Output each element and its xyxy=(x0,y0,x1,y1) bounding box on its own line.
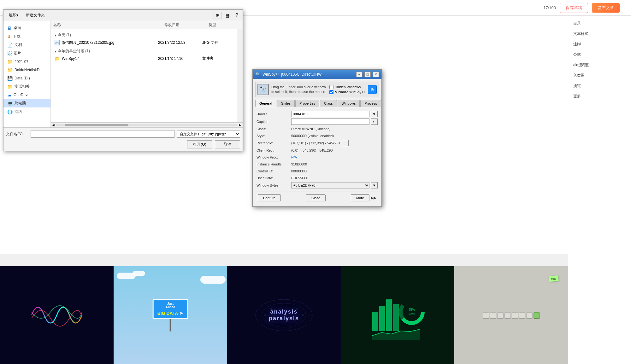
nav-item-baidu[interactable]: 📁 BaiduNetdiskD xyxy=(3,66,50,74)
organize-button[interactable]: 组织▾ xyxy=(6,12,21,19)
horizontal-scrollbar[interactable]: ◀ ▶ xyxy=(51,122,243,127)
filetype-select[interactable]: 自定义文件 (*.gif;*.jfif;*.pjpeg;* xyxy=(177,130,240,138)
scroll-left-btn[interactable]: ◀ xyxy=(52,123,55,127)
dialog-nav-sidebar: 🖥 桌面 ⬇ 下载 📄 文档 🖼 图片 📁 2021-07 📁 Baidu xyxy=(3,21,51,127)
winbytes-select[interactable]: +0 BE2D7F70 xyxy=(291,182,369,188)
nav-item-documents[interactable]: 📄 文档 xyxy=(3,41,50,49)
tab-class[interactable]: Class xyxy=(320,100,337,107)
prop-controlid-value: 00000000 xyxy=(291,169,378,173)
winspy-bottom-buttons: Capture Close More ▶▶ xyxy=(255,192,379,204)
sidebar-item-toc[interactable]: 目录 xyxy=(571,20,628,27)
scroll-right-btn[interactable]: ▶ xyxy=(239,123,241,127)
finder-binoculars-icon[interactable]: 🔭 xyxy=(257,84,269,95)
file-area-wrapper: ▾ 今天 (1) JPG 微信图片_20210722125305.jpg 202… xyxy=(51,29,243,122)
prop-clientrect-value: (0,0) - (545,290) - 545x290 xyxy=(291,148,378,153)
maximize-button[interactable]: □ xyxy=(364,72,371,77)
prop-winproc-value[interactable]: N/A xyxy=(291,155,378,159)
save-draft-button[interactable]: 保存草稿 xyxy=(560,3,588,13)
folder-icon-baidu: 📁 xyxy=(7,67,13,72)
winbytes-dropdown-btn[interactable]: ▼ xyxy=(371,182,378,188)
rect-more-btn[interactable]: … xyxy=(342,140,349,146)
image-cell-dataviz[interactable]: 75% 100% xyxy=(341,266,454,364)
document-icon: 📄 xyxy=(7,43,13,48)
table-row[interactable]: JPG 微信图片_20210722125305.jpg 2021/7/22 12… xyxy=(52,38,236,47)
file-name-text: 微信图片_20210722125305.jpg xyxy=(62,40,114,45)
nav-item-pictures[interactable]: 🖼 图片 xyxy=(3,49,50,58)
spy-button[interactable]: ⊕ xyxy=(368,85,377,94)
prop-class-value: DirectUIHWND (Unicode) xyxy=(291,127,378,131)
capture-button[interactable]: Capture xyxy=(258,194,281,201)
sidebar-item-mindmap[interactable]: 入类图 xyxy=(571,72,628,79)
dialog-close-button[interactable]: Close xyxy=(306,194,326,201)
vertical-scrollbar[interactable] xyxy=(238,29,243,122)
prop-clientrect-row: Client Rect: (0,0) - (545,290) - 545x290 xyxy=(255,147,379,154)
svg-point-12 xyxy=(401,301,423,323)
open-button[interactable]: 打开(O) xyxy=(187,140,212,148)
handle-dropdown-btn[interactable]: ▼ xyxy=(371,111,378,117)
image-cell-keyboard[interactable]: note xyxy=(454,266,568,364)
handle-input[interactable] xyxy=(291,111,369,117)
dialog-body: 🖥 桌面 ⬇ 下载 📄 文档 🖼 图片 📁 2021-07 📁 Baidu xyxy=(3,21,243,127)
nav-item-network[interactable]: 🌐 网络 xyxy=(3,107,50,116)
bigdata-visual: Just Ahead BIG DATA ➤ xyxy=(114,266,227,364)
tab-styles[interactable]: Styles xyxy=(277,100,295,107)
winspy-dialog: 🔍 WinSpy++ [0004105C, DirectUIHW... − □ … xyxy=(252,69,382,207)
sidebar-item-formula[interactable]: 公式 xyxy=(571,51,628,59)
caption-input[interactable] xyxy=(291,118,369,125)
nav-item-datad[interactable]: 💾 Data (D:) xyxy=(3,74,50,82)
minimize-winspy-checkbox[interactable] xyxy=(329,90,333,94)
group-earlier-label: 今年的早些时候 (1) xyxy=(58,49,90,54)
tab-general[interactable]: General xyxy=(255,100,276,107)
group-earlier: ▾ 今年的早些时候 (1) xyxy=(52,47,236,55)
filename-input[interactable] xyxy=(31,130,174,138)
minimize-button[interactable]: − xyxy=(356,72,363,77)
nav-item-desktop[interactable]: 🖥 桌面 xyxy=(3,24,50,32)
footer-buttons: 打开(O) 取消 xyxy=(6,140,240,148)
sidebar-item-textstyle[interactable]: 文本样式 xyxy=(571,30,628,38)
help-icon[interactable]: ? xyxy=(233,12,240,19)
prop-handle-row: Handle: ▼ xyxy=(255,110,379,118)
svg-rect-9 xyxy=(379,306,385,331)
prop-instance-row: Instance Handle: 910B0000 xyxy=(255,161,379,168)
computer-icon: 💻 xyxy=(7,101,13,106)
prop-userdata-row: User Data: BDF55E80 xyxy=(255,175,379,182)
hidden-windows-checkbox[interactable] xyxy=(329,85,333,89)
file-list-content[interactable]: ▾ 今天 (1) JPG 微信图片_20210722125305.jpg 202… xyxy=(51,29,238,122)
image-cell-bigdata[interactable]: Just Ahead BIG DATA ➤ xyxy=(114,266,227,364)
nav-item-thispc[interactable]: 💻 此电脑 xyxy=(3,99,50,107)
view-toggle-icon[interactable]: ▦ xyxy=(224,12,232,19)
table-row[interactable]: 📁 WinSpy17 2021/1/3 17:16 文件夹 xyxy=(52,55,236,62)
sidebar-item-shortcuts[interactable]: 捷键 xyxy=(571,82,628,90)
folder-icon-2021: 📁 xyxy=(7,59,13,64)
tab-properties[interactable]: Properties xyxy=(295,100,319,107)
nav-item-2021-07[interactable]: 📁 2021-07 xyxy=(3,58,50,66)
svg-point-6 xyxy=(264,314,266,316)
publish-button[interactable]: 发布文章 xyxy=(592,3,620,13)
tab-windows[interactable]: Windows xyxy=(338,100,360,107)
nav-item-onedrive[interactable]: ☁ OneDrive xyxy=(3,91,50,99)
file-open-dialog: 组织▾ 新建文件夹 ⊞ ▦ ? 🖥 桌面 ⬇ 下载 📄 文档 🖼 图片 xyxy=(3,9,243,151)
tab-process[interactable]: Process xyxy=(360,100,381,107)
prop-rect-row: Rectangle: (167,101) - (712,392) - 545x2… xyxy=(255,139,379,147)
caption-apply-btn[interactable]: ↵ xyxy=(371,118,378,125)
new-folder-button[interactable]: 新建文件夹 xyxy=(23,12,48,19)
nav-item-testrelated[interactable]: 📁 测试相关 xyxy=(3,82,50,91)
scroll-track[interactable] xyxy=(56,124,238,126)
sidebar-item-footnote[interactable]: 注脚 xyxy=(571,40,628,48)
folder-date: 2021/1/3 17:16 xyxy=(158,56,202,61)
close-button[interactable]: ✕ xyxy=(373,72,379,77)
nav-label-downloads: 下载 xyxy=(13,34,21,39)
file-name-folder: 📁 WinSpy17 xyxy=(55,56,158,61)
more-arrows-container: More ▶▶ xyxy=(351,194,376,201)
sidebar-item-flowchart[interactable]: aid流程图 xyxy=(571,61,628,69)
cancel-button[interactable]: 取消 xyxy=(215,140,240,148)
nav-item-downloads[interactable]: ⬇ 下载 xyxy=(3,32,50,41)
dialog-footer: 文件名(N): 自定义文件 (*.gif;*.jfif;*.pjpeg;* 打开… xyxy=(3,127,243,151)
more-button[interactable]: More xyxy=(351,194,369,201)
view-details-icon[interactable]: ⊞ xyxy=(214,12,222,19)
sidebar-item-more[interactable]: 更多 xyxy=(571,92,628,100)
folder-name-text: WinSpy17 xyxy=(62,56,79,61)
group-earlier-chevron: ▾ xyxy=(55,49,56,54)
image-cell-analysis[interactable]: analysisparalysis xyxy=(227,266,341,364)
image-cell-wave[interactable] xyxy=(0,266,114,364)
